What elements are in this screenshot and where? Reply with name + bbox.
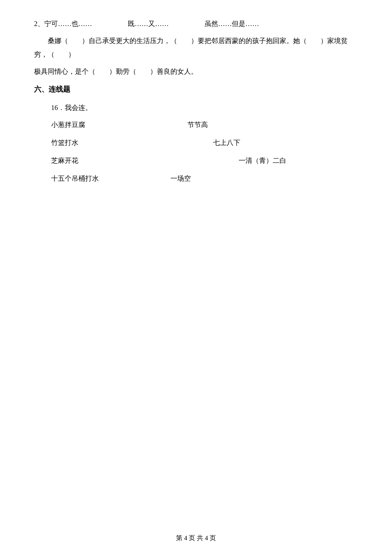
connect-right-1: 节节高 <box>187 118 208 132</box>
paragraph1-line1: 桑娜（ ）自己承受更大的生活压力，（ ）要把邻居西蒙的的孩子抱回家。她（ ）家境… <box>34 34 358 61</box>
connect-row-4: 十五个吊桶打水 一场空 <box>51 172 358 185</box>
connect-row-3: 芝麻开花 一清（青）二白 <box>51 154 358 168</box>
paragraph1-line2: 极具同情心，是个（ ）勤劳（ ）善良的女人。 <box>34 65 358 78</box>
connect-section: 小葱拌豆腐 节节高 竹篮打水 七上八下 芝麻开花 一清（青）二白 十五个吊桶打水… <box>34 118 358 185</box>
item16-label: 16．我会连。 <box>51 101 358 115</box>
connect-right-4: 一场空 <box>170 172 191 185</box>
section6-header: 六、连线题 <box>34 84 358 94</box>
connect-left-2: 竹篮打水 <box>51 136 119 150</box>
section2-row: 2、宁可……也…… 既……又…… 虽然……但是…… <box>34 17 358 31</box>
connect-left-1: 小葱拌豆腐 <box>51 118 119 132</box>
page-container: 2、宁可……也…… 既……又…… 虽然……但是…… 桑娜（ ）自己承受更大的生活… <box>0 0 392 555</box>
connect-right-3: 一清（青）二白 <box>239 154 286 168</box>
section2-col2: 既……又…… <box>128 17 205 31</box>
connect-left-3: 芝麻开花 <box>51 154 119 168</box>
connect-row-1: 小葱拌豆腐 节节高 <box>51 118 358 132</box>
connect-right-2: 七上八下 <box>213 136 240 150</box>
connect-left-4: 十五个吊桶打水 <box>51 172 136 185</box>
section2-col3: 虽然……但是…… <box>205 17 290 31</box>
connect-row-2: 竹篮打水 七上八下 <box>51 136 358 150</box>
section2-label: 2、宁可……也…… <box>34 17 128 31</box>
page-footer: 第 4 页 共 4 页 <box>0 534 392 542</box>
